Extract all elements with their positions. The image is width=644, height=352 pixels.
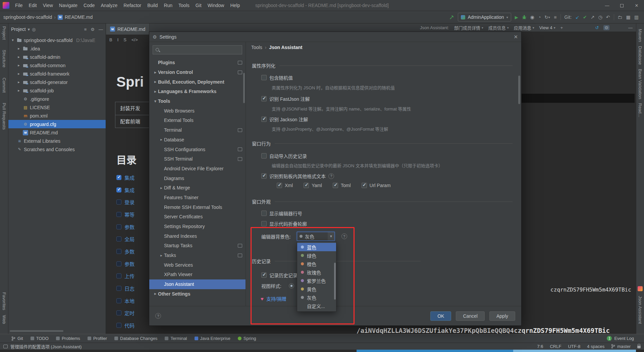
checkbox[interactable] [333, 183, 338, 188]
checkbox[interactable] [261, 75, 267, 80]
toc-item[interactable]: 上传 [116, 270, 135, 282]
toolbar-database-changes[interactable]: Database Changes [114, 336, 157, 341]
chevron-icon[interactable]: ▸ [159, 137, 164, 142]
tree-row[interactable]: ▾ springboot-dev-scaffold D:\JavaE [8, 36, 106, 44]
chevron-icon[interactable]: ▸ [159, 253, 164, 258]
settings-tree-item[interactable]: External Tools [149, 116, 246, 125]
breadcrumb-file[interactable]: README.md [65, 14, 93, 20]
settings-tree-item[interactable]: ▸ Languages & Frameworks [149, 87, 246, 96]
tool-window-button[interactable]: Json Assistant [638, 296, 643, 324]
option-jackson[interactable]: 识别 Jackson 注解 [261, 116, 308, 123]
tree-row[interactable]: README.md [8, 128, 106, 137]
color-option[interactable]: 橙色 [297, 260, 336, 268]
checkbox[interactable] [261, 153, 267, 159]
build-hammer-icon[interactable] [449, 15, 454, 20]
hide-panel-icon[interactable]: — [99, 27, 103, 32]
toolbar-java-enterprise[interactable]: Java Enterprise [195, 336, 230, 341]
color-option[interactable]: 玫瑰色 [297, 268, 336, 276]
sync-icon[interactable]: ↺ [595, 25, 599, 30]
toc-item[interactable]: 登录 [116, 196, 135, 208]
format-button[interactable]: S [123, 37, 126, 42]
gear-icon[interactable]: ⚙ [603, 25, 609, 30]
json-view-tab[interactable]: 应用消息▾ [514, 25, 534, 31]
toolbar-spring[interactable]: Spring [238, 336, 256, 341]
tree-row[interactable]: ▸ scaffold-generator [8, 78, 106, 86]
search-input[interactable] [162, 47, 239, 53]
toc-item[interactable]: 参数 [116, 221, 135, 233]
settings-tree-item[interactable]: Diagrams [149, 173, 246, 183]
tool-window-button[interactable]: Structure [2, 50, 7, 68]
settings-tree-item[interactable]: Remote SSH External Tools [149, 202, 246, 212]
json-view-tab[interactable]: 部门成员详情▾ [454, 25, 483, 31]
add-tab-button[interactable]: + [560, 25, 563, 30]
settings-tree-item[interactable]: XPath Viewer [149, 270, 246, 279]
format-button[interactable]: I [117, 37, 119, 42]
settings-tree-item[interactable]: ▸ Tasks [149, 251, 246, 260]
tool-window-button[interactable]: Bean Validation [638, 69, 643, 99]
tree-row[interactable]: ▸ scaffold-common [8, 61, 106, 70]
ok-button[interactable]: OK [430, 311, 451, 321]
tool-window-button[interactable]: Maven [638, 29, 643, 42]
color-option[interactable]: 自定义... [297, 302, 336, 310]
settings-tree-item[interactable]: Server Certificates [149, 212, 246, 222]
format-button[interactable]: B [109, 37, 112, 42]
settings-tree-item[interactable]: Terminal [149, 125, 246, 135]
settings-tree-item[interactable]: Web Services [149, 260, 246, 270]
indent-setting[interactable]: 4 spaces [587, 344, 604, 349]
layout-editor-icon[interactable]: ▦ [626, 14, 631, 20]
checkbox[interactable] [261, 96, 267, 101]
menu-item[interactable]: Window [205, 3, 227, 8]
settings-tree-item[interactable]: Startup Tasks [149, 241, 246, 251]
layout-windows-icon[interactable]: ▥ [634, 14, 639, 20]
tool-window-button[interactable]: Favorites [2, 292, 7, 310]
checkbox[interactable] [261, 272, 267, 278]
toc-item[interactable]: 集成 [116, 171, 135, 184]
minimize-icon[interactable]: — [600, 0, 614, 11]
color-option[interactable]: 黄色 [297, 285, 336, 293]
settings-search-box[interactable] [153, 45, 242, 54]
tool-window-button[interactable]: Web [2, 315, 7, 324]
file-encoding[interactable]: UTF-8 [568, 344, 580, 349]
chevron-icon[interactable]: ▸ [16, 63, 21, 68]
color-option[interactable]: 蓝色 [297, 243, 336, 251]
checkbox[interactable] [362, 183, 367, 188]
format-option[interactable]: Url Param [362, 183, 391, 188]
donate-link[interactable]: ♥ 支持/捐赠 [261, 295, 286, 302]
menu-item[interactable]: Run [161, 3, 175, 8]
menu-item[interactable]: Edit [26, 3, 40, 8]
find-in-files-icon[interactable]: 🗀 [618, 14, 623, 20]
settings-tree-item[interactable]: Json Assistant [149, 279, 246, 289]
chevron-icon[interactable]: ▸ [153, 89, 158, 94]
chevron-icon[interactable]: ▸ [153, 292, 158, 296]
run-configuration-select[interactable]: AdminApplication ▾ [458, 13, 511, 21]
tool-window-button[interactable]: Pull Requests [2, 103, 7, 130]
option-include-random[interactable]: 包含随机值 [261, 74, 293, 81]
settings-tree-item[interactable]: SSH Terminal [149, 154, 246, 164]
option-line-numbers[interactable]: 显示编辑器行号 [261, 210, 302, 217]
breadcrumb-tools[interactable]: Tools [251, 45, 262, 50]
menu-item[interactable]: Refactor [120, 3, 144, 8]
toc-item[interactable]: 日志 [116, 282, 135, 295]
run-button[interactable]: ▶ [515, 15, 518, 20]
format-option[interactable]: Toml [333, 183, 351, 188]
tree-row[interactable]: ▸ .idea [8, 44, 106, 53]
settings-tree-item[interactable]: Settings Repository [149, 222, 246, 231]
chevron-icon[interactable]: ▸ [16, 80, 21, 84]
format-option[interactable]: Xml [277, 183, 293, 188]
chevron-down-icon[interactable]: ▼ [328, 232, 334, 240]
checkbox[interactable] [261, 173, 267, 179]
tree-row[interactable]: pom.xml [8, 112, 106, 120]
settings-tree-item[interactable]: ▾ Tools [149, 96, 246, 106]
scrollbar-thumb[interactable] [518, 76, 520, 104]
scrollbar-thumb[interactable] [243, 73, 245, 103]
chevron-icon[interactable]: ▾ [10, 38, 15, 42]
settings-tree-item[interactable]: Shared Indexes [149, 231, 246, 241]
tree-row[interactable]: proguard.cfg [8, 120, 106, 128]
help-icon[interactable]: ? [328, 173, 334, 179]
chevron-icon[interactable]: ▸ [16, 55, 21, 59]
checkbox[interactable] [304, 183, 309, 188]
git-commit-icon[interactable]: ✔ [583, 14, 587, 20]
menu-item[interactable]: Analyze [98, 3, 121, 8]
settings-tree-item[interactable]: Features Trainer [149, 193, 246, 203]
toc-item[interactable]: 集成 [116, 184, 135, 196]
